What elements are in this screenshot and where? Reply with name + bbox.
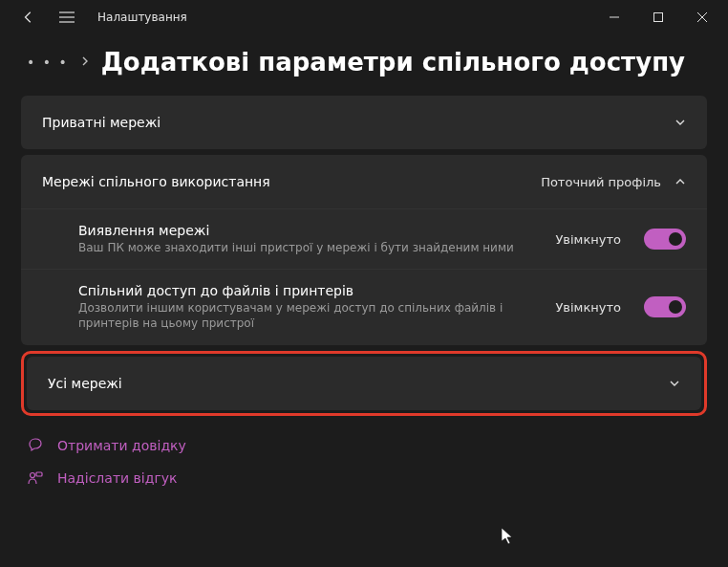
svg-rect-4: [654, 13, 663, 22]
panel-shared-networks: Мережі спільного використання Поточний п…: [21, 155, 707, 345]
feedback-icon: [27, 469, 44, 487]
chevron-down-icon: [674, 117, 686, 128]
svg-rect-8: [36, 472, 42, 476]
titlebar: Налаштування: [0, 0, 728, 34]
app-title: Налаштування: [97, 11, 187, 24]
link-label: Надіслати відгук: [57, 470, 178, 486]
panel-header-all[interactable]: Усі мережі: [27, 357, 701, 410]
panel-all-networks: Усі мережі: [27, 357, 701, 410]
panel-label: Приватні мережі: [42, 115, 161, 130]
close-button[interactable]: [680, 2, 724, 33]
menu-button[interactable]: [54, 4, 80, 31]
toggle-state-label: Увімкнуто: [555, 232, 621, 247]
panel-body-shared: Виявлення мережі Ваш ПК може знаходити і…: [21, 208, 707, 345]
footer-links: Отримати довідку Надіслати відгук: [0, 416, 728, 508]
panel-private-networks: Приватні мережі: [21, 96, 707, 149]
help-link[interactable]: Отримати довідку: [27, 437, 701, 454]
toggle-file-printer-sharing[interactable]: [644, 296, 686, 317]
link-label: Отримати довідку: [57, 438, 186, 453]
setting-file-printer-sharing: Спільний доступ до файлів і принтерів До…: [21, 269, 707, 344]
panel-header-private[interactable]: Приватні мережі: [21, 96, 707, 149]
help-icon: [27, 437, 44, 454]
panel-label: Усі мережі: [48, 376, 122, 391]
toggle-state-label: Увімкнуто: [555, 300, 621, 315]
feedback-link[interactable]: Надіслати відгук: [27, 469, 701, 487]
chevron-down-icon: [669, 378, 680, 389]
setting-description: Ваш ПК може знаходити інші пристрої у ме…: [78, 240, 537, 255]
setting-description: Дозволити іншим користувачам у мережі до…: [78, 300, 537, 331]
toggle-network-discovery[interactable]: [644, 229, 686, 250]
cursor-icon: [502, 528, 517, 545]
panel-header-shared[interactable]: Мережі спільного використання Поточний п…: [21, 155, 707, 208]
highlight-annotation: Усі мережі: [21, 351, 707, 416]
setting-title: Спільний доступ до файлів і принтерів: [78, 283, 538, 298]
panel-label: Мережі спільного використання: [42, 174, 270, 189]
breadcrumb-dots[interactable]: • • •: [27, 55, 69, 70]
svg-point-7: [31, 472, 35, 477]
setting-network-discovery: Виявлення мережі Ваш ПК може знаходити і…: [21, 209, 707, 269]
page-header: • • • Додаткові параметри спільного дост…: [0, 34, 728, 96]
maximize-button[interactable]: [636, 2, 680, 33]
chevron-up-icon: [674, 176, 686, 187]
back-button[interactable]: [15, 4, 42, 31]
current-profile-badge: Поточний профіль: [541, 175, 661, 189]
chevron-right-icon: [80, 55, 90, 69]
page-title: Додаткові параметри спільного доступу: [101, 48, 685, 76]
minimize-button[interactable]: [592, 2, 636, 33]
setting-title: Виявлення мережі: [78, 223, 538, 238]
